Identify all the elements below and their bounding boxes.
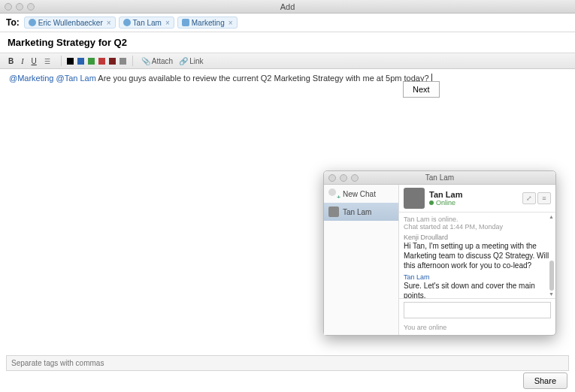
- list-icon: [44, 57, 53, 65]
- message-sender: Tan Lam: [404, 273, 549, 281]
- chat-status: Online: [429, 199, 518, 207]
- color-swatch-gray[interactable]: [120, 58, 126, 65]
- chat-menu-button[interactable]: ≡: [537, 192, 551, 204]
- message-text: Hi Tan, I'm setting up a meeting with th…: [404, 241, 549, 270]
- remove-recipient-icon[interactable]: ×: [165, 19, 170, 27]
- bold-button[interactable]: B: [6, 56, 16, 66]
- avatar-icon: [328, 207, 339, 217]
- chat-window-title: Tan Lam: [324, 173, 555, 182]
- chat-input-row: [399, 298, 555, 321]
- link-label: Link: [189, 57, 203, 65]
- chat-contact-name: Tan Lam: [343, 208, 371, 216]
- recipient-pill[interactable]: Tan Lam ×: [119, 17, 174, 29]
- link-icon: 🔗: [179, 57, 188, 65]
- chat-input[interactable]: [404, 302, 551, 318]
- color-swatch-black[interactable]: [67, 58, 74, 65]
- attach-label: Attach: [152, 57, 173, 65]
- message-sender: Kenji Droullard: [404, 234, 549, 241]
- main-titlebar: Add: [0, 0, 575, 14]
- group-icon: [182, 19, 189, 26]
- scroll-up-icon[interactable]: ▲: [549, 214, 554, 219]
- list-button[interactable]: [42, 56, 56, 66]
- recipient-name: Eric Wullenbaecker: [38, 19, 103, 27]
- chat-log[interactable]: Tan Lam is online. Chat started at 1:44 …: [399, 213, 555, 298]
- recipient-name: Marketing: [192, 19, 225, 27]
- mention[interactable]: @Tan Lam: [56, 74, 96, 83]
- chat-header-text: Tan Lam Online: [429, 190, 518, 207]
- user-icon: [29, 19, 36, 26]
- chat-started-line: Chat started at 1:44 PM, Monday: [404, 223, 549, 231]
- chat-contact-item[interactable]: Tan Lam: [324, 203, 398, 221]
- chat-main: Tan Lam Online ⤢ ≡ Tan Lam is online. Ch…: [399, 185, 555, 335]
- window-title: Add: [0, 2, 575, 11]
- chat-status-text: Online: [436, 199, 455, 207]
- color-swatch-red[interactable]: [98, 58, 105, 65]
- scrollbar[interactable]: ▲ ▼: [549, 216, 554, 295]
- tags-input[interactable]: [6, 355, 569, 371]
- chat-window: Tan Lam New Chat Tan Lam Tan Lam Online: [323, 170, 556, 336]
- color-swatch-darkred[interactable]: [109, 58, 116, 65]
- avatar: [404, 188, 425, 209]
- to-label: To:: [6, 17, 20, 28]
- chat-header: Tan Lam Online ⤢ ≡: [399, 185, 555, 213]
- to-row: To: Eric Wullenbaecker × Tan Lam × Marke…: [0, 14, 575, 32]
- chat-footer-status: You are online: [399, 321, 555, 335]
- remove-recipient-icon[interactable]: ×: [228, 19, 233, 27]
- next-button[interactable]: Next: [403, 81, 440, 98]
- chat-contact-name: Tan Lam: [429, 190, 518, 199]
- share-button[interactable]: Share: [523, 372, 567, 389]
- subject-field[interactable]: Marketing Strategy for Q2: [0, 32, 575, 53]
- remove-recipient-icon[interactable]: ×: [107, 19, 111, 27]
- user-icon: [123, 19, 131, 26]
- paperclip-icon: 📎: [141, 57, 150, 65]
- online-dot-icon: [429, 201, 434, 205]
- scroll-down-icon[interactable]: ▼: [549, 291, 554, 297]
- scroll-thumb[interactable]: [549, 261, 554, 291]
- chat-titlebar: Tan Lam: [324, 171, 555, 185]
- separator: [132, 56, 133, 66]
- recipient-pill[interactable]: Marketing ×: [177, 17, 238, 29]
- chat-status-line: Tan Lam is online.: [404, 216, 549, 223]
- color-swatch-blue[interactable]: [77, 58, 84, 65]
- chat-action-button[interactable]: ⤢: [522, 192, 536, 204]
- message-text: Are you guys available to review the cur…: [96, 74, 429, 83]
- attach-button[interactable]: 📎 Attach: [141, 57, 173, 65]
- tags-row: [6, 355, 569, 371]
- recipient-pill[interactable]: Eric Wullenbaecker ×: [24, 17, 116, 29]
- separator: [61, 56, 62, 66]
- new-chat-label: New Chat: [343, 190, 376, 198]
- italic-button[interactable]: I: [19, 56, 26, 66]
- chat-body: New Chat Tan Lam Tan Lam Online ⤢: [324, 185, 555, 335]
- new-chat-button[interactable]: New Chat: [324, 185, 398, 203]
- link-button[interactable]: 🔗 Link: [179, 57, 203, 65]
- new-chat-icon: [328, 188, 339, 199]
- share-row: Share: [523, 372, 567, 389]
- editor-toolbar: B I U 📎 Attach 🔗 Link: [0, 53, 575, 69]
- color-swatch-green[interactable]: [88, 58, 95, 65]
- recipient-name: Tan Lam: [133, 19, 162, 27]
- chat-sidebar: New Chat Tan Lam: [324, 185, 399, 335]
- underline-button[interactable]: U: [29, 56, 39, 66]
- message-text: Sure. Let's sit down and cover the main …: [404, 281, 549, 298]
- mention[interactable]: @Marketing: [9, 74, 53, 83]
- chat-header-buttons: ⤢ ≡: [522, 192, 551, 204]
